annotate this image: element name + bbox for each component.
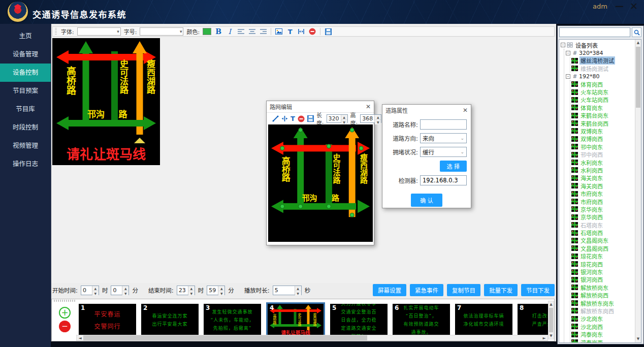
scroll-left-arrow[interactable]: ◄ — [77, 335, 83, 340]
tree-device-item[interactable]: 京华岗西 — [571, 213, 640, 221]
program-thumbnail[interactable]: 3发生轻微交通事故“人未伤，车能动，先拍照，后撤离” — [204, 304, 261, 335]
program-thumbnail[interactable]: 2春运安全连万家出行平安靠大家 — [141, 304, 199, 335]
dialog-close-icon[interactable]: ✕ — [463, 107, 468, 114]
tree-device-item[interactable]: 来鹤台岗西 — [571, 119, 640, 127]
align-right-icon[interactable] — [259, 27, 267, 36]
tree-device-item[interactable]: 石塔岗西 — [571, 229, 640, 236]
tree-device-item[interactable]: 琼花岗东 — [571, 253, 640, 260]
expand-toggle[interactable]: - — [566, 51, 570, 55]
tree-group[interactable]: -#320*384 — [565, 49, 640, 56]
delete-item-icon[interactable] — [298, 115, 305, 123]
sidebar-item[interactable]: 主页 — [0, 27, 51, 45]
italic-button[interactable]: I — [226, 27, 234, 36]
delete-program-button[interactable]: − — [59, 321, 71, 332]
action-button[interactable]: 紧急事件 — [410, 284, 443, 296]
action-button[interactable]: 屏幕设置 — [373, 284, 406, 296]
move-node-icon[interactable] — [281, 115, 288, 123]
sidebar-item[interactable]: 操作日志 — [0, 155, 51, 173]
tree-device-item[interactable]: 银河岗东 — [571, 268, 640, 275]
minimize-button[interactable]: — — [615, 1, 624, 11]
height-spinner[interactable]: 368▲▼ — [360, 114, 381, 123]
tree-device-item[interactable]: 市府岗西 — [571, 198, 640, 205]
dialog-titlebar[interactable]: 道路属性 ✕ — [382, 105, 471, 116]
tree-device-item[interactable]: 鸿泰岗东 — [571, 330, 640, 338]
tree-device-item[interactable]: 火车站岗东 — [571, 88, 640, 96]
scroll-down-arrow[interactable]: ▼ — [635, 336, 641, 342]
sidebar-item[interactable]: 节目库 — [0, 100, 51, 118]
tree-device-item[interactable]: 文昌阁岗西 — [571, 244, 640, 252]
close-button[interactable]: ✕ — [630, 1, 638, 11]
tree-device-item[interactable]: 水利岗西 — [571, 166, 640, 174]
strip-vertical-scrollbar[interactable]: ▲ ▼ — [548, 301, 554, 339]
scrollbar-thumb[interactable] — [636, 47, 640, 108]
tree-device-item[interactable]: 邗中岗西 — [571, 150, 640, 158]
expand-toggle[interactable]: - — [566, 74, 570, 79]
tree-group[interactable]: -#192*80 — [565, 73, 640, 80]
fit-width-icon[interactable] — [297, 27, 305, 36]
scrollbar-thumb[interactable] — [549, 308, 553, 332]
tree-device-item[interactable]: 京华岗东 — [571, 205, 640, 213]
tree-device-item[interactable]: 石塔岗东 — [571, 221, 640, 229]
tree-device-item[interactable]: 琼花岗西 — [571, 260, 640, 268]
scroll-up-arrow[interactable]: ▲ — [635, 40, 641, 46]
tree-device-item[interactable]: 解放桥岗西 — [571, 292, 640, 299]
tree-device-item[interactable]: 海关岗东 — [571, 174, 640, 182]
text-tool-button[interactable]: T — [286, 27, 294, 36]
detector-input[interactable] — [423, 176, 464, 185]
save-icon[interactable] — [307, 115, 314, 123]
align-left-icon[interactable] — [237, 27, 245, 36]
save-icon[interactable] — [324, 27, 332, 36]
tree-device-item[interactable]: 沙北岗西 — [571, 323, 640, 330]
tree-device-item[interactable]: 市府岗东 — [571, 190, 640, 197]
text-tool-button[interactable]: T — [291, 115, 295, 123]
scroll-right-arrow[interactable]: ► — [541, 335, 548, 340]
tree-device-item[interactable]: 双博岗东 — [571, 127, 640, 135]
strip-horizontal-scrollbar[interactable]: ◄ ► — [76, 335, 548, 341]
device-search-input[interactable] — [559, 27, 630, 37]
road-editor-canvas[interactable]: 高桥路 史可法路 瘦西湖路 邗沟 路 — [268, 124, 373, 242]
toolbar-grip[interactable] — [55, 28, 57, 35]
tree-device-item[interactable]: 银河岗西 — [571, 276, 640, 283]
congestion-select[interactable]: 缓行 ⌄ — [420, 147, 467, 157]
strip-grip[interactable] — [54, 300, 76, 302]
scroll-up-arrow[interactable]: ▲ — [549, 301, 554, 307]
action-button[interactable]: 节目下发 — [521, 284, 555, 296]
tree-device-item[interactable]: 沙北岗东 — [571, 315, 640, 323]
delete-item-icon[interactable] — [308, 27, 316, 36]
end-hour-spinner[interactable]: 23▲▼ — [177, 286, 195, 295]
bold-button[interactable]: B — [214, 27, 222, 36]
size-select[interactable]: ▾ — [140, 27, 183, 36]
tree-device-item[interactable]: 解放桥东岗西 — [571, 307, 640, 314]
start-hour-spinner[interactable]: 0▲▼ — [81, 286, 99, 295]
sidebar-item[interactable]: 视频管理 — [0, 137, 51, 155]
tree-scrollbar[interactable]: ▲ ▼ — [635, 40, 641, 342]
dialog-close-icon[interactable]: ✕ — [366, 103, 371, 110]
program-thumbnail[interactable]: 6扎实开展电动车“百日整治”，有效预防道路交通事故。 — [393, 304, 450, 335]
add-program-button[interactable]: + — [59, 307, 71, 319]
tree-device-item[interactable]: 水利岗东 — [571, 159, 640, 166]
program-thumbnail[interactable]: 1平安春运交警同行 — [79, 304, 136, 335]
tree-device-item[interactable]: 维扬岗测试 — [571, 65, 640, 72]
road-name-input[interactable] — [423, 120, 464, 129]
program-preview-canvas[interactable]: 高桥路 史可法路 瘦西湖路 邗沟 路 请礼让斑马线 — [52, 38, 160, 165]
tree-device-item[interactable]: 解放桥岗东 — [571, 283, 640, 291]
scroll-down-arrow[interactable]: ▼ — [549, 333, 554, 339]
tree-device-item[interactable]: 螺丝湾桥测试 — [571, 57, 640, 65]
tree-device-item[interactable]: 海关岗西 — [571, 182, 640, 190]
program-thumbnail[interactable]: 5大力开展秋冬季交通安全整治百日会战，全力稳定道路交通安全形势！ — [330, 304, 388, 335]
font-select[interactable]: ▾ — [77, 27, 121, 36]
program-thumbnail[interactable]: 7依法治理非标车辆净化城市交通环境 — [455, 304, 512, 335]
tree-device-item[interactable]: 解放桥东岗东 — [571, 299, 640, 307]
tree-root[interactable]: -设备列表 — [560, 41, 640, 49]
confirm-button[interactable]: 确 认 — [411, 194, 442, 207]
select-detector-button[interactable]: 选 择 — [440, 161, 467, 172]
search-button[interactable] — [632, 27, 641, 37]
start-minute-spinner[interactable]: 0▲▼ — [111, 286, 129, 295]
tree-device-item[interactable]: 来鹤台岗东 — [571, 112, 640, 119]
insert-image-icon[interactable] — [275, 27, 283, 36]
duration-spinner[interactable]: 5▲▼ — [273, 286, 302, 295]
tree-device-item[interactable]: 双博岗西 — [571, 135, 640, 143]
program-thumbnail[interactable]: 8打击改装“炸严查严处“机 — [518, 304, 548, 335]
tree-device-item[interactable]: 邗中岗东 — [571, 143, 640, 150]
sidebar-item[interactable]: 设备管理 — [0, 45, 51, 64]
